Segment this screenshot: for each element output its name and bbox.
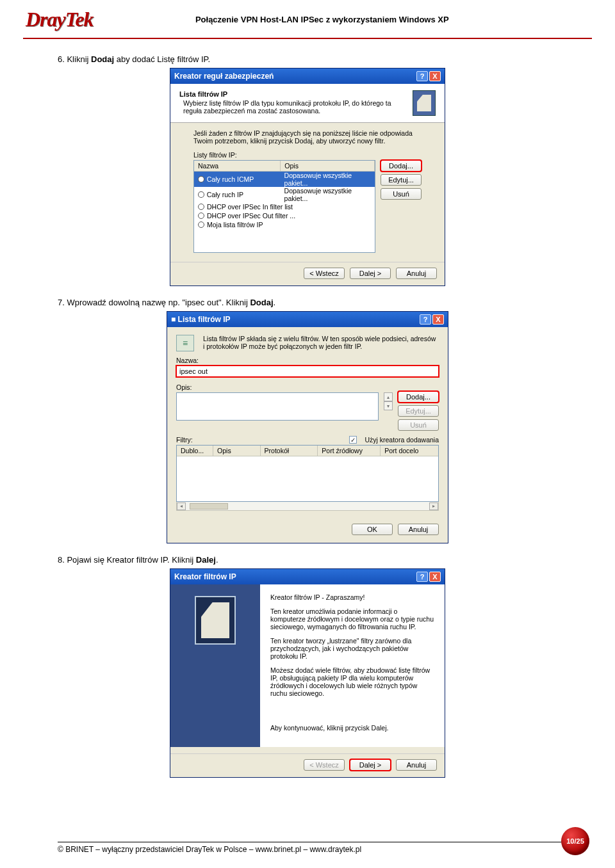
side-buttons: Dodaj... Edytuj... Usuń xyxy=(398,391,439,431)
welcome-side-panel xyxy=(170,584,260,747)
wizard-note: Jeśli żaden z filtrów IP znajdujących si… xyxy=(193,129,422,145)
col-src[interactable]: Port źródłowy xyxy=(318,446,381,456)
page-header: DrayTek Połączenie VPN Host-LAN IPSec z … xyxy=(0,0,615,35)
dialog-title: ■ Lista filtrów IP xyxy=(171,315,231,324)
col-desc[interactable]: Opis xyxy=(281,161,375,171)
col-dst[interactable]: Port docelo xyxy=(381,446,438,456)
back-button[interactable]: < Wstecz xyxy=(304,268,345,279)
dialog-ip-filter-list: ■ Lista filtrów IP ? X ≡ Lista filtrów I… xyxy=(167,311,448,543)
col-proto[interactable]: Protokół xyxy=(261,446,318,456)
filters-label: Filtry: xyxy=(176,436,344,444)
titlebar[interactable]: Kreator filtrów IP ? X xyxy=(170,569,445,584)
row-desc: Dopasowuje wszystkie pakiet... xyxy=(284,187,375,202)
radio-icon[interactable] xyxy=(198,204,204,210)
row-name: Cały ruch IP xyxy=(207,191,284,198)
delete-button[interactable]: Usuń xyxy=(381,188,422,200)
cancel-button[interactable]: Anuluj xyxy=(396,268,437,279)
name-label: Nazwa: xyxy=(176,357,439,364)
footer-text: © BRINET – wyłączny przedstawiciel DrayT… xyxy=(58,845,361,854)
col-dup[interactable]: Dublo... xyxy=(177,446,213,456)
close-icon[interactable]: X xyxy=(429,572,441,582)
footer-rule xyxy=(58,842,589,842)
help-icon[interactable]: ? xyxy=(416,572,428,582)
desc-label: Opis: xyxy=(176,383,393,391)
textarea-scroll[interactable]: ▴ ▾ xyxy=(384,392,393,410)
name-input[interactable]: ipsec out xyxy=(176,366,439,377)
wizard-head-sub: Wybierz listę filtrów IP dla typu komuni… xyxy=(183,99,406,115)
document-icon xyxy=(195,596,236,645)
edit-button[interactable]: Edytuj... xyxy=(381,174,422,186)
welcome-body: Kreator filtrów IP - Zapraszamy! Ten kre… xyxy=(260,584,445,747)
help-icon[interactable]: ? xyxy=(416,71,428,81)
close-icon[interactable]: X xyxy=(432,314,444,325)
col-name[interactable]: Nazwa xyxy=(194,161,281,171)
list-item[interactable]: Cały ruch IP Dopasowuje wszystkie pakiet… xyxy=(194,187,375,202)
titlebar[interactable]: ■ Lista filtrów IP ? X xyxy=(167,312,448,327)
row-name: DHCP over IPSec In filter list xyxy=(207,203,293,211)
edit-button: Edytuj... xyxy=(398,405,439,417)
wizard-header: Lista filtrów IP Wybierz listę filtrów I… xyxy=(170,84,445,123)
horizontal-scrollbar[interactable]: ◂ ▸ xyxy=(176,502,439,511)
dialog-desc: Lista filtrów IP składa się z wielu filt… xyxy=(203,335,439,350)
welcome-heading: Kreator filtrów IP - Zapraszamy! xyxy=(270,593,434,601)
button-row: < Wstecz Dalej > Anuluj xyxy=(170,262,445,285)
row-name: DHCP over IPSec Out filter ... xyxy=(207,212,295,220)
ip-filter-listbox[interactable]: Nazwa Opis Cały ruch ICMP Dopasowuje wsz… xyxy=(193,160,375,253)
content: 6. Kliknij Dodaj aby dodać Listę filtrów… xyxy=(0,54,615,778)
add-button[interactable]: Dodaj... xyxy=(398,391,439,403)
titlebar[interactable]: Kreator reguł zabezpieczeń ? X xyxy=(170,68,445,84)
scroll-up-icon[interactable]: ▴ xyxy=(384,392,393,401)
page-footer: © BRINET – wyłączny przedstawiciel DrayT… xyxy=(0,839,615,854)
dialog-wizard-welcome: Kreator filtrów IP ? X Kreator filtrów I… xyxy=(170,568,445,778)
dialog-wizard-rules: Kreator reguł zabezpieczeń ? X Lista fil… xyxy=(170,68,445,286)
step6-bold: Dodaj xyxy=(91,54,114,64)
list-item[interactable]: DHCP over IPSec Out filter ... xyxy=(194,211,375,220)
scroll-left-icon[interactable]: ◂ xyxy=(177,502,186,510)
next-button[interactable]: Dalej > xyxy=(350,759,391,771)
radio-icon[interactable] xyxy=(198,213,204,219)
use-wizard-checkbox[interactable]: ✓ xyxy=(349,436,357,444)
titlebar-controls: ? X xyxy=(416,572,441,582)
list-item[interactable]: Cały ruch ICMP Dopasowuje wszystkie paki… xyxy=(194,172,375,187)
step8-prefix: 8. Pojawi się Kreator filtrów IP. Klikni… xyxy=(58,555,196,565)
step-6: 6. Kliknij Dodaj aby dodać Listę filtrów… xyxy=(58,54,557,64)
step7-bold: Dodaj xyxy=(250,298,273,307)
step-8: 8. Pojawi się Kreator filtrów IP. Klikni… xyxy=(58,555,557,565)
close-icon[interactable]: X xyxy=(429,71,441,81)
step6-suffix: aby dodać Listę filtrów IP. xyxy=(114,54,210,64)
header-rule xyxy=(23,38,592,39)
step8-suffix: . xyxy=(216,555,218,565)
filters-listbox[interactable]: Dublo... Opis Protokół Port źródłowy Por… xyxy=(176,445,439,502)
scroll-thumb[interactable] xyxy=(190,503,228,510)
step6-prefix: 6. Kliknij xyxy=(58,54,91,64)
list-header: Nazwa Opis xyxy=(194,161,375,172)
row-name: Moja lista filtrów IP xyxy=(207,221,263,229)
radio-icon[interactable] xyxy=(198,191,204,198)
step7-suffix: . xyxy=(274,298,276,307)
ok-button[interactable]: OK xyxy=(352,524,393,535)
scroll-down-icon[interactable]: ▾ xyxy=(384,401,393,410)
list-item[interactable]: DHCP over IPSec In filter list xyxy=(194,202,375,211)
page-number-badge: 10/25 xyxy=(561,827,589,855)
radio-icon[interactable] xyxy=(198,176,204,182)
cancel-button[interactable]: Anuluj xyxy=(398,524,439,535)
side-buttons: Dodaj... Edytuj... Usuń xyxy=(381,160,422,200)
col-desc[interactable]: Opis xyxy=(213,446,260,456)
welcome-p4: Aby kontynuować, kliknij przycisk Dalej. xyxy=(270,724,434,732)
document-icon xyxy=(413,90,436,116)
desc-textarea[interactable] xyxy=(176,392,379,421)
help-icon[interactable]: ? xyxy=(420,314,431,325)
cancel-button[interactable]: Anuluj xyxy=(396,759,437,771)
scroll-right-icon[interactable]: ▸ xyxy=(429,502,438,510)
add-button[interactable]: Dodaj... xyxy=(381,160,422,172)
welcome-p3: Możesz dodać wiele filtrów, aby zbudować… xyxy=(270,666,434,697)
page-title: Połączenie VPN Host-LAN IPSec z wykorzys… xyxy=(94,15,589,24)
list-item[interactable]: Moja lista filtrów IP xyxy=(194,220,375,229)
next-button[interactable]: Dalej > xyxy=(350,268,391,279)
wizard-head-title: Lista filtrów IP xyxy=(179,90,406,98)
radio-icon[interactable] xyxy=(198,221,204,228)
list-label: Listy filtrów IP: xyxy=(193,151,422,159)
logo: DrayTek xyxy=(26,8,94,31)
dialog-title: Kreator filtrów IP xyxy=(174,572,236,581)
row-desc: Dopasowuje wszystkie pakiet... xyxy=(284,172,375,187)
